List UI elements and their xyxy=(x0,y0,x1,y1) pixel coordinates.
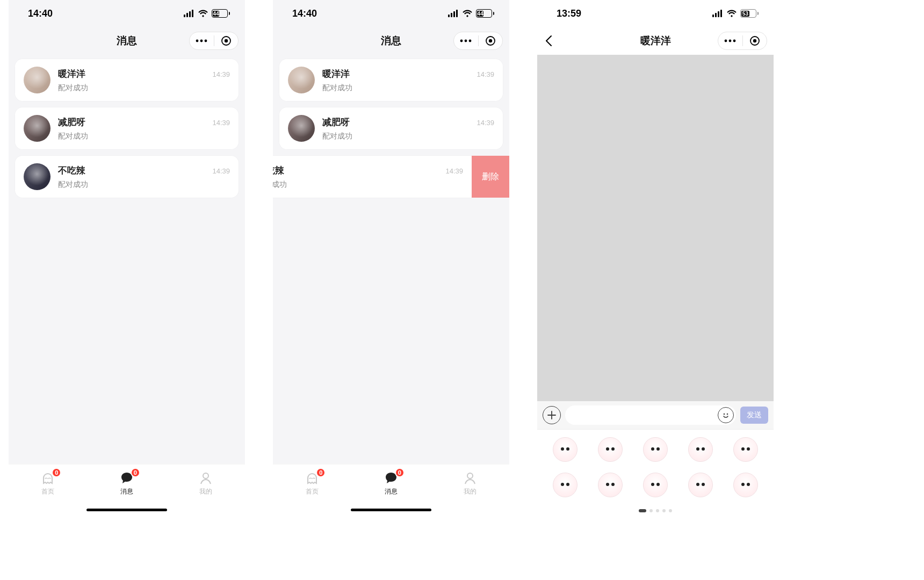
attach-button[interactable] xyxy=(543,406,561,424)
svg-rect-10 xyxy=(448,15,450,17)
sticker-icon xyxy=(643,437,668,462)
conversation-time: 14:39 xyxy=(445,167,463,175)
home-indicator xyxy=(86,509,167,511)
svg-point-5 xyxy=(200,40,203,42)
svg-point-15 xyxy=(465,40,467,42)
svg-rect-0 xyxy=(184,15,185,17)
conversation-item[interactable]: 不吃辣14:39 配对成功 xyxy=(273,156,472,198)
sticker-item[interactable] xyxy=(588,473,633,498)
tab-mine[interactable]: 我的 xyxy=(198,470,214,496)
capsule-more-button[interactable] xyxy=(454,39,478,42)
chevron-left-icon xyxy=(545,35,552,47)
tab-bar: 首页 0 消息 0 我的 xyxy=(9,464,245,516)
tab-messages[interactable]: 消息 0 xyxy=(383,470,399,496)
tab-home[interactable]: 首页 0 xyxy=(304,470,320,496)
pager-dot xyxy=(649,509,653,512)
conversation-name: 暖洋洋 xyxy=(322,68,350,80)
battery-icon: 44 xyxy=(212,9,230,18)
tab-messages[interactable]: 消息 0 xyxy=(119,470,135,496)
sticker-icon xyxy=(643,473,668,497)
send-button[interactable]: 发送 xyxy=(740,407,768,424)
sticker-item[interactable] xyxy=(543,437,588,463)
sticker-item[interactable] xyxy=(678,473,723,498)
conversation-item[interactable]: 不吃辣14:39 配对成功 xyxy=(15,156,239,198)
sticker-item[interactable] xyxy=(723,473,768,498)
navbar: 暖洋洋 xyxy=(537,27,774,55)
conversation-preview: 配对成功 xyxy=(322,83,494,93)
chat-message-area[interactable] xyxy=(537,55,774,401)
pager-dot xyxy=(656,509,659,512)
signal-icon xyxy=(184,10,194,17)
sticker-panel xyxy=(537,429,774,516)
signal-icon xyxy=(712,10,723,17)
tab-badge: 0 xyxy=(131,468,140,477)
svg-point-26 xyxy=(733,40,736,42)
conversation-name: 不吃辣 xyxy=(273,164,284,177)
person-icon xyxy=(463,470,478,485)
conversation-list: 暖洋洋14:39 配对成功 减肥呀14:39 配对成功 不吃辣14:39 配对成… xyxy=(273,55,509,208)
pager-dot xyxy=(669,509,672,512)
more-icon xyxy=(196,39,207,42)
conversation-item-swiped: 不吃辣14:39 配对成功 删除 xyxy=(273,156,509,198)
capsule-close-button[interactable] xyxy=(479,35,503,46)
svg-point-4 xyxy=(196,40,199,42)
sticker-item[interactable] xyxy=(633,437,678,463)
person-icon xyxy=(198,470,213,485)
back-button[interactable] xyxy=(545,27,552,55)
navbar: 消息 xyxy=(273,27,509,55)
conversation-item[interactable]: 减肥呀14:39 配对成功 xyxy=(15,107,239,149)
sticker-icon xyxy=(553,473,578,497)
miniapp-capsule xyxy=(718,32,767,50)
status-bar: 14:40 44 xyxy=(273,0,509,27)
tab-mine[interactable]: 我的 xyxy=(462,470,478,496)
svg-rect-23 xyxy=(720,10,722,17)
message-input[interactable] xyxy=(565,411,736,420)
battery-icon: 53 xyxy=(740,9,759,18)
status-bar: 14:40 44 xyxy=(9,0,245,27)
page-title: 暖洋洋 xyxy=(640,34,671,48)
emoji-button[interactable] xyxy=(718,407,734,423)
miniapp-capsule xyxy=(453,32,503,50)
capsule-close-button[interactable] xyxy=(214,35,239,46)
status-bar: 13:59 53 xyxy=(537,0,774,27)
capsule-more-button[interactable] xyxy=(190,39,214,42)
miniapp-capsule xyxy=(189,32,239,50)
conversation-item[interactable]: 暖洋洋14:39 配对成功 xyxy=(15,59,239,101)
sticker-item[interactable] xyxy=(723,437,768,463)
conversation-preview: 配对成功 xyxy=(273,180,463,190)
sticker-item[interactable] xyxy=(633,473,678,498)
wifi-icon xyxy=(726,10,737,17)
avatar xyxy=(288,115,315,142)
more-icon xyxy=(724,39,736,42)
conversation-item[interactable]: 暖洋洋14:39 配对成功 xyxy=(279,59,503,101)
delete-button[interactable]: 删除 xyxy=(472,156,509,198)
sticker-icon xyxy=(733,473,758,497)
sticker-item[interactable] xyxy=(543,473,588,498)
tab-badge: 0 xyxy=(395,468,405,477)
sticker-icon xyxy=(733,437,758,462)
sticker-item[interactable] xyxy=(588,437,633,463)
conversation-time: 14:39 xyxy=(477,119,494,127)
pager-dot-active xyxy=(639,509,646,512)
conversation-item[interactable]: 减肥呀14:39 配对成功 xyxy=(279,107,503,149)
composer-bar: 发送 xyxy=(537,401,774,429)
page-title: 消息 xyxy=(117,34,137,48)
capsule-close-button[interactable] xyxy=(743,35,767,46)
conversation-list: 暖洋洋14:39 配对成功 减肥呀14:39 配对成功 不吃辣14:39 配对成… xyxy=(9,55,245,208)
sticker-icon xyxy=(553,437,578,462)
svg-point-9 xyxy=(203,473,208,479)
conversation-name: 减肥呀 xyxy=(322,116,350,128)
svg-point-16 xyxy=(469,40,472,42)
sticker-item[interactable] xyxy=(678,437,723,463)
status-time: 13:59 xyxy=(557,8,581,19)
conversation-time: 14:39 xyxy=(212,70,230,78)
svg-point-28 xyxy=(753,39,756,42)
tab-home[interactable]: 首页 0 xyxy=(40,470,56,496)
avatar xyxy=(24,67,50,93)
svg-point-30 xyxy=(727,414,728,415)
svg-rect-21 xyxy=(715,13,717,17)
svg-point-25 xyxy=(729,40,732,42)
svg-rect-13 xyxy=(456,10,458,17)
status-time: 14:40 xyxy=(28,8,53,19)
capsule-more-button[interactable] xyxy=(718,39,742,42)
